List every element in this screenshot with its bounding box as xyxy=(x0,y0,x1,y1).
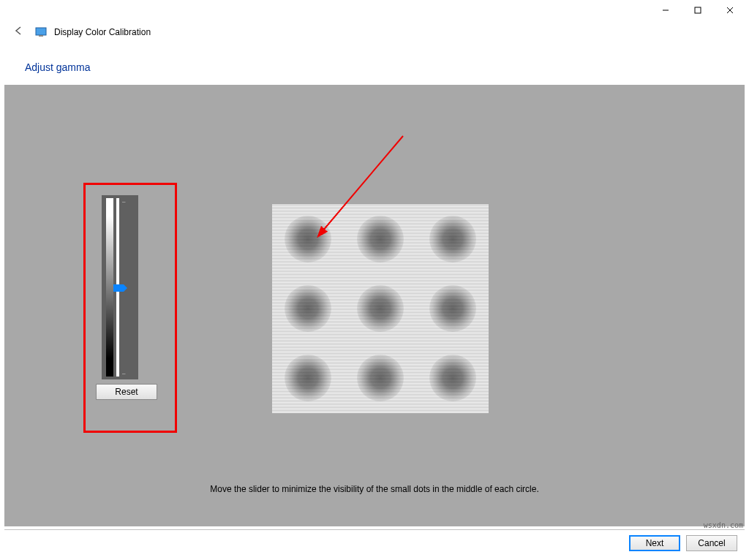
gamma-slider[interactable] xyxy=(116,198,119,377)
maximize-button[interactable] xyxy=(682,0,714,20)
gamma-dot-icon xyxy=(357,216,404,262)
gamma-cell xyxy=(272,344,345,413)
page-heading: Adjust gamma xyxy=(0,44,749,83)
gamma-cell xyxy=(416,344,489,413)
gamma-preview-grid xyxy=(272,204,489,413)
svg-rect-1 xyxy=(695,7,701,13)
reset-button[interactable]: Reset xyxy=(96,384,157,400)
gamma-dot-icon xyxy=(357,355,404,401)
instruction-text: Move the slider to minimize the visibili… xyxy=(4,484,745,494)
gradient-reference-strip xyxy=(106,198,113,377)
title-bar xyxy=(0,0,749,20)
app-title: Display Color Calibration xyxy=(54,27,151,37)
svg-rect-5 xyxy=(39,35,43,37)
gamma-dot-icon xyxy=(285,216,331,262)
close-button[interactable] xyxy=(714,0,746,20)
gamma-slider-panel: –– xyxy=(102,195,138,379)
gamma-dot-icon xyxy=(429,285,476,332)
gamma-cell xyxy=(345,273,417,343)
minimize-button[interactable] xyxy=(650,0,682,20)
gamma-dot-icon xyxy=(285,285,331,332)
slider-thumb-icon[interactable] xyxy=(113,284,124,292)
cancel-button[interactable]: Cancel xyxy=(686,535,737,551)
gamma-dot-icon xyxy=(357,285,404,332)
annotation-highlight-box: –– Reset xyxy=(83,183,177,433)
next-button[interactable]: Next xyxy=(629,535,680,551)
app-icon xyxy=(35,26,47,38)
header: Display Color Calibration xyxy=(0,20,749,44)
gamma-cell xyxy=(272,273,345,343)
gamma-cell xyxy=(345,344,417,413)
gamma-dot-icon xyxy=(285,355,331,401)
gamma-dot-icon xyxy=(429,355,476,401)
gamma-cell xyxy=(416,273,489,343)
svg-rect-4 xyxy=(36,28,46,35)
gamma-cell xyxy=(272,204,345,273)
wizard-footer: Next Cancel xyxy=(4,529,745,556)
gamma-cell xyxy=(345,204,417,273)
gamma-dot-icon xyxy=(429,216,476,262)
back-arrow-icon[interactable] xyxy=(9,23,28,42)
watermark-text: wsxdn.com xyxy=(704,521,743,529)
gamma-cell xyxy=(416,204,489,273)
content-area: –– Reset Move the slider to minimize the… xyxy=(4,85,745,526)
